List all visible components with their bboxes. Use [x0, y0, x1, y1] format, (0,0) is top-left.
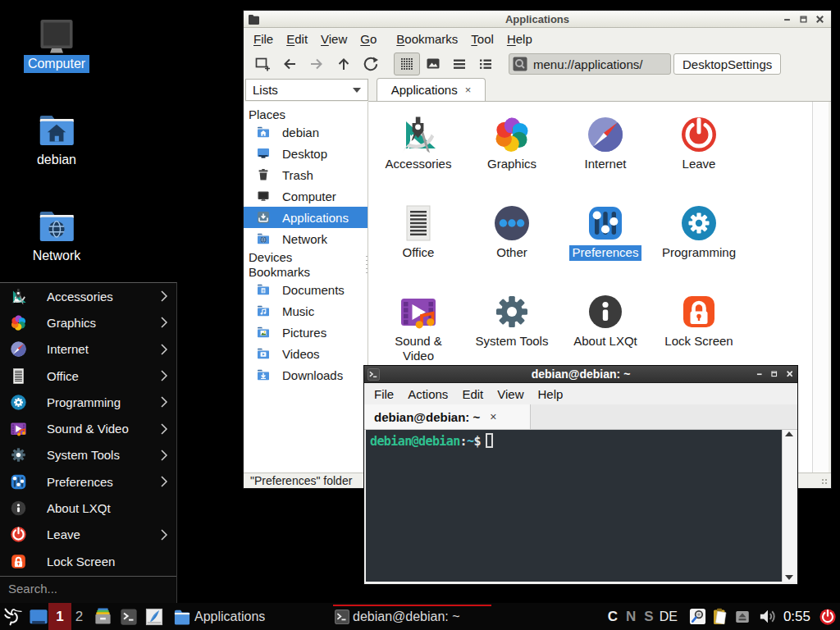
- tray-clipboard[interactable]: [711, 608, 729, 626]
- scroll-up-icon[interactable]: [785, 431, 793, 436]
- term-menu-file[interactable]: File: [374, 387, 394, 401]
- app-item-lock-screen[interactable]: Lock Screen: [652, 292, 746, 349]
- term-menu-actions[interactable]: Actions: [408, 387, 448, 401]
- menu-item-graphics[interactable]: Graphics: [0, 309, 176, 336]
- app-item-office[interactable]: Office: [372, 203, 465, 261]
- clock[interactable]: 0:55: [783, 609, 810, 625]
- fm-menu-edit[interactable]: Edit: [286, 32, 308, 46]
- tray-leave-button[interactable]: [819, 608, 837, 626]
- menu-search-input[interactable]: Search...: [0, 576, 176, 600]
- app-item-programming[interactable]: Programming: [652, 203, 746, 261]
- workspace-1-button[interactable]: 1: [48, 603, 71, 630]
- terminal-scrollbar[interactable]: [782, 430, 796, 582]
- term-menu-help[interactable]: Help: [537, 387, 563, 401]
- path-bar[interactable]: menu://applications/: [509, 53, 671, 75]
- sidebar-item-applications[interactable]: Applications: [244, 207, 368, 228]
- tray-volume[interactable]: [758, 607, 777, 626]
- sidebar-item-computer[interactable]: Computer: [244, 185, 368, 207]
- tab-close-icon[interactable]: ×: [490, 410, 496, 423]
- desktop-icon-debian[interactable]: debian: [11, 108, 102, 169]
- resize-grip[interactable]: [821, 478, 829, 486]
- close-button[interactable]: [816, 16, 824, 23]
- sidebar-item-desktop[interactable]: Desktop: [244, 143, 368, 164]
- menu-item-about-lxqt[interactable]: About LXQt: [0, 495, 176, 521]
- fm-titlebar[interactable]: Applications: [244, 11, 831, 28]
- thumbnail-view-button[interactable]: [420, 52, 446, 75]
- main-menu-button[interactable]: [2, 606, 25, 628]
- quicklaunch-featherpad[interactable]: [141, 608, 167, 626]
- desktop-icon-computer[interactable]: Computer: [11, 19, 102, 73]
- refresh-button[interactable]: [357, 52, 384, 75]
- detailed-view-button[interactable]: [472, 52, 499, 75]
- fm-vertical-scrollbar[interactable]: [812, 102, 829, 472]
- menu-item-internet[interactable]: Internet: [0, 336, 176, 363]
- terminal-tab[interactable]: debian@debian: ~ ×: [364, 404, 531, 429]
- close-button[interactable]: [787, 371, 793, 377]
- app-item-graphics[interactable]: Graphics: [465, 115, 559, 172]
- sidebar-item-trash[interactable]: Trash: [244, 164, 368, 185]
- fm-menu-file[interactable]: File: [253, 32, 273, 46]
- submenu-chevron-icon: [152, 449, 176, 462]
- fm-menu-bookmarks[interactable]: Bookmarks: [396, 32, 458, 46]
- icon-view-button[interactable]: [394, 52, 420, 75]
- app-item-leave[interactable]: Leave: [652, 115, 746, 172]
- fm-tab-applications[interactable]: Applications ×: [377, 78, 486, 101]
- task-button-applications[interactable]: Applications: [170, 603, 331, 630]
- tray-screenshot[interactable]: [689, 608, 706, 625]
- show-desktop-button[interactable]: [29, 608, 48, 626]
- menu-item-sound-video[interactable]: Sound & Video: [0, 415, 176, 441]
- keyboard-indicator[interactable]: C N S: [608, 609, 654, 625]
- menu-item-lock-screen[interactable]: Lock Screen: [0, 548, 176, 574]
- back-button[interactable]: [276, 52, 303, 75]
- fm-menu-view[interactable]: View: [321, 32, 347, 46]
- workspace-2-button[interactable]: 2: [71, 603, 87, 630]
- keyboard-layout[interactable]: DE: [660, 609, 678, 624]
- forward-button[interactable]: [303, 52, 330, 75]
- term-menu-edit[interactable]: Edit: [462, 387, 483, 401]
- tray-removable-media[interactable]: [735, 609, 750, 624]
- fm-menu-help[interactable]: Help: [507, 32, 532, 46]
- sidebar-item-music[interactable]: Music: [244, 300, 368, 322]
- quicklaunch-qterminal[interactable]: [116, 608, 141, 626]
- app-item-other[interactable]: Other: [465, 203, 559, 261]
- menu-item-system-tools[interactable]: System Tools: [0, 442, 176, 468]
- path-button-desktopsettings[interactable]: DesktopSettings: [673, 53, 781, 75]
- task-button-terminal[interactable]: debian@debian: ~: [331, 603, 493, 630]
- menu-item-programming[interactable]: Programming: [0, 389, 176, 415]
- tab-close-icon[interactable]: ×: [465, 84, 472, 96]
- splitter-handle[interactable]: [365, 254, 368, 276]
- maximize-button[interactable]: [800, 16, 807, 23]
- maximize-button[interactable]: [771, 371, 778, 377]
- up-button[interactable]: [330, 52, 357, 75]
- fm-menu-tool[interactable]: Tool: [471, 32, 494, 46]
- scroll-down-icon[interactable]: [785, 575, 793, 580]
- compact-view-button[interactable]: [446, 52, 472, 75]
- desktop-icon-network[interactable]: Network: [11, 204, 102, 265]
- minimize-button[interactable]: [756, 371, 763, 377]
- app-item-accessories[interactable]: Accessories: [372, 115, 465, 172]
- app-item-sound-video[interactable]: Sound & Video: [372, 292, 465, 364]
- app-item-preferences[interactable]: Preferences: [559, 203, 652, 261]
- sidebar-item-downloads[interactable]: Downloads: [244, 364, 368, 386]
- menu-item-office[interactable]: Office: [0, 363, 176, 389]
- app-item-system-tools[interactable]: System Tools: [465, 292, 559, 349]
- terminal-output[interactable]: debian@debian:~$: [366, 430, 796, 582]
- sidebar-mode-combo[interactable]: Lists: [245, 79, 368, 101]
- sidebar-item-debian[interactable]: debian: [244, 121, 368, 143]
- fm-menu-go[interactable]: Go: [360, 32, 377, 46]
- menu-item-accessories[interactable]: Accessories: [0, 283, 176, 309]
- menu-item-leave[interactable]: Leave: [0, 522, 176, 548]
- lock-screen-icon: [10, 553, 27, 570]
- sidebar-item-videos[interactable]: Videos: [244, 343, 368, 364]
- minimize-button[interactable]: [783, 16, 791, 23]
- app-item-internet[interactable]: Internet: [559, 115, 652, 172]
- app-item-about-lxqt[interactable]: About LXQt: [559, 292, 652, 349]
- sidebar-item-documents[interactable]: Documents: [244, 279, 368, 300]
- sidebar-item-pictures[interactable]: Pictures: [244, 322, 368, 343]
- sidebar-item-network[interactable]: Network: [244, 228, 368, 249]
- term-menu-view[interactable]: View: [497, 387, 523, 401]
- new-tab-button[interactable]: [249, 52, 276, 75]
- quicklaunch-file-manager[interactable]: [90, 607, 116, 626]
- menu-item-preferences[interactable]: Preferences: [0, 468, 176, 495]
- terminal-titlebar[interactable]: debian@debian: ~: [364, 366, 797, 383]
